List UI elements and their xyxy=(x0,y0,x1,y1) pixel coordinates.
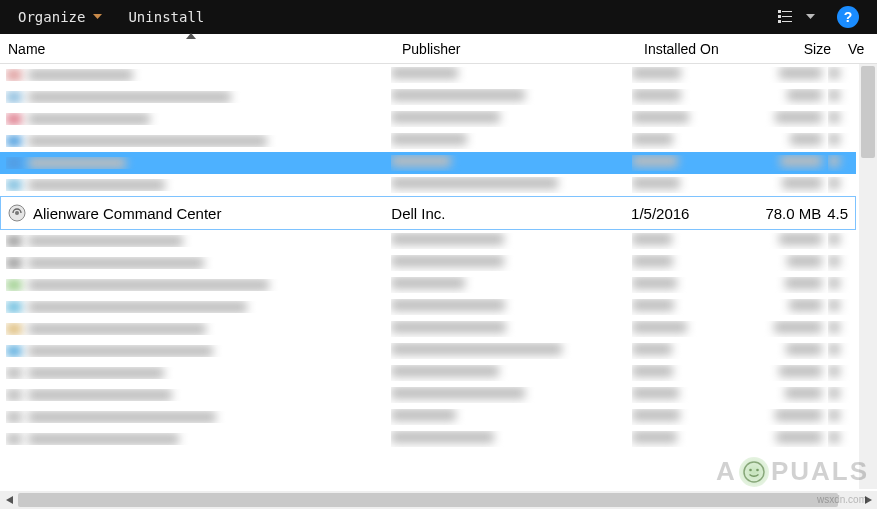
header-version[interactable]: Ve xyxy=(840,34,877,63)
table-row[interactable] xyxy=(0,130,856,152)
table-row[interactable] xyxy=(0,274,856,296)
header-name[interactable]: Name xyxy=(0,34,394,63)
app-icon xyxy=(6,69,22,81)
app-icon xyxy=(6,135,22,147)
table-row[interactable] xyxy=(0,86,856,108)
table-row[interactable] xyxy=(0,296,856,318)
column-headers: Name Publisher Installed On Size Ve xyxy=(0,34,877,64)
cell-text: 1/5/2016 xyxy=(631,205,689,222)
table-row[interactable] xyxy=(0,362,856,384)
app-icon xyxy=(6,179,22,191)
table-row[interactable] xyxy=(0,406,856,428)
svg-rect-0 xyxy=(778,10,781,13)
app-icon xyxy=(6,411,22,423)
app-icon xyxy=(6,367,22,379)
app-icon xyxy=(6,345,22,357)
app-icon xyxy=(6,235,22,247)
program-list: Alienware Command CenterDell Inc.1/5/201… xyxy=(0,64,877,489)
svg-point-7 xyxy=(15,211,19,215)
header-installed-on[interactable]: Installed On xyxy=(636,34,740,63)
app-icon xyxy=(6,113,22,125)
table-row[interactable] xyxy=(0,230,856,252)
help-button[interactable]: ? xyxy=(837,6,859,28)
app-icon xyxy=(6,389,22,401)
app-icon xyxy=(6,91,22,103)
sort-ascending-icon xyxy=(186,33,196,39)
uninstall-button[interactable]: Uninstall xyxy=(128,9,204,25)
horizontal-scrollbar-thumb[interactable] xyxy=(18,493,838,507)
cell-text: Dell Inc. xyxy=(391,205,445,222)
table-row[interactable] xyxy=(0,174,856,196)
header-size[interactable]: Size xyxy=(740,34,840,63)
cell-text: 4.5 xyxy=(827,205,848,222)
view-options-icon[interactable] xyxy=(776,8,796,26)
svg-rect-5 xyxy=(782,21,792,22)
app-icon xyxy=(6,323,22,335)
view-chevron-down-icon[interactable] xyxy=(806,14,815,20)
toolbar: Organize Uninstall ? xyxy=(0,0,877,34)
chevron-down-icon xyxy=(93,14,102,20)
help-icon: ? xyxy=(844,9,853,25)
app-icon xyxy=(6,257,22,269)
app-icon xyxy=(6,157,22,169)
header-publisher[interactable]: Publisher xyxy=(394,34,636,63)
svg-rect-1 xyxy=(782,11,792,12)
app-icon xyxy=(6,301,22,313)
cell-text: Alienware Command Center xyxy=(33,205,221,222)
app-icon xyxy=(7,203,27,223)
cell-text: 78.0 MB xyxy=(765,205,821,222)
vertical-scrollbar[interactable] xyxy=(859,64,877,489)
scroll-left-arrow-icon[interactable] xyxy=(0,491,18,509)
table-row[interactable] xyxy=(0,384,856,406)
table-row[interactable] xyxy=(0,108,856,130)
table-row[interactable] xyxy=(0,318,856,340)
svg-rect-2 xyxy=(778,15,781,18)
svg-rect-3 xyxy=(782,16,792,17)
table-row[interactable] xyxy=(0,64,856,86)
table-row[interactable] xyxy=(0,152,856,174)
vertical-scrollbar-thumb[interactable] xyxy=(861,66,875,158)
svg-rect-4 xyxy=(778,20,781,23)
app-icon xyxy=(6,279,22,291)
app-icon xyxy=(6,433,22,445)
horizontal-scrollbar[interactable] xyxy=(0,491,877,509)
organize-menu[interactable]: Organize xyxy=(18,9,102,25)
table-row-focused[interactable]: Alienware Command CenterDell Inc.1/5/201… xyxy=(0,196,856,230)
horizontal-scrollbar-track[interactable] xyxy=(18,491,859,509)
table-row[interactable] xyxy=(0,340,856,362)
organize-label: Organize xyxy=(18,9,85,25)
scroll-right-arrow-icon[interactable] xyxy=(859,491,877,509)
table-row[interactable] xyxy=(0,252,856,274)
table-row[interactable] xyxy=(0,428,856,450)
